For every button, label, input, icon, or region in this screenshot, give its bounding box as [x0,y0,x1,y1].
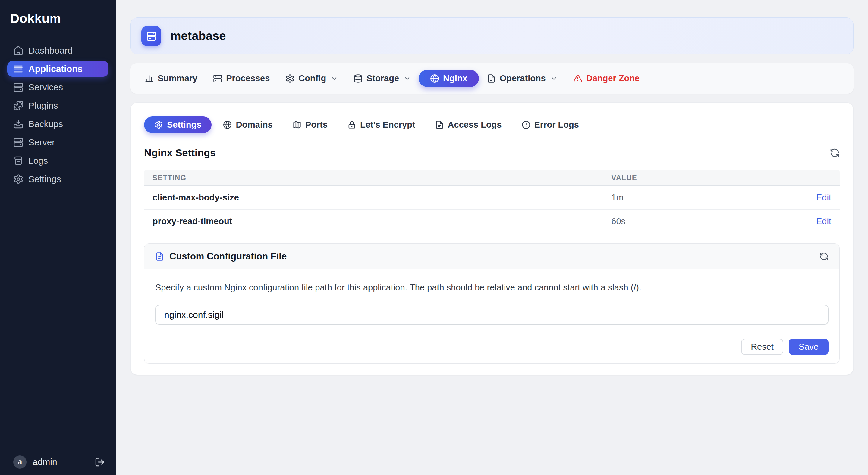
table-row: client-max-body-size 1m Edit [144,186,840,209]
tab-nginx[interactable]: Nginx [418,70,479,87]
menu-icon [13,64,24,74]
custom-config-card: Custom Configuration File Specify a cust… [144,243,840,364]
refresh-icon [819,252,829,261]
tab-label: Operations [500,73,546,83]
lock-icon [347,121,356,129]
custom-config-footer: Reset Save [144,325,839,363]
home-icon [13,45,24,56]
edit-setting-button[interactable]: Edit [816,193,831,203]
map-icon [293,121,301,129]
puzzle-icon [13,101,24,111]
reset-button[interactable]: Reset [741,339,783,355]
brand-title: Dokkum [0,0,116,36]
save-button[interactable]: Save [789,339,829,355]
column-header-value: VALUE [611,174,831,182]
column-header-setting: SETTING [153,174,611,182]
custom-config-title: Custom Configuration File [169,251,287,262]
config-path-input[interactable] [155,305,829,325]
tab-config[interactable]: Config [278,63,346,94]
sidebar-nav: Dashboard Applications Services Plugins … [0,36,116,448]
setting-name: client-max-body-size [153,193,611,203]
subtab-access-logs[interactable]: Access Logs [427,116,510,133]
file-text-icon [435,121,444,129]
subtab-label: Access Logs [448,120,502,130]
chevron-down-icon [331,75,338,82]
sidebar-item-logs[interactable]: Logs [7,152,108,169]
custom-config-description: Specify a custom Nginx configuration fil… [155,283,829,293]
warning-triangle-icon [573,74,582,83]
tab-label: Config [299,73,326,83]
nginx-panel: Settings Domains Ports Let's Encrypt Acc… [130,102,854,375]
nginx-settings-header: Nginx Settings [144,147,840,159]
edit-setting-button[interactable]: Edit [816,216,831,226]
globe-icon [223,121,232,129]
tab-label: Nginx [443,73,467,83]
sidebar-item-label: Plugins [28,101,58,111]
tab-label: Processes [226,73,270,83]
tab-label: Summary [158,73,197,83]
subtab-lets-encrypt[interactable]: Let's Encrypt [339,116,424,133]
username: admin [33,457,57,467]
subtab-error-logs[interactable]: Error Logs [513,116,587,133]
table-row: proxy-read-timeout 60s Edit [144,209,840,233]
custom-config-body: Specify a custom Nginx configuration fil… [144,269,839,325]
database-icon [353,74,363,83]
chevron-down-icon [404,75,411,82]
refresh-icon [830,148,840,158]
tab-danger-zone[interactable]: Danger Zone [565,63,647,94]
sidebar-item-services[interactable]: Services [7,79,108,95]
logout-button[interactable] [95,457,105,467]
sidebar-item-label: Server [28,137,55,147]
tab-processes[interactable]: Processes [205,63,278,94]
nginx-subtabs: Settings Domains Ports Let's Encrypt Acc… [144,116,840,133]
gear-icon [13,174,24,184]
server-icon [13,82,24,93]
bar-chart-icon [145,74,154,83]
table-header-row: SETTING VALUE [144,170,840,186]
sidebar-item-label: Logs [28,156,48,166]
sidebar-item-backups[interactable]: Backups [7,116,108,132]
subtab-label: Ports [305,120,328,130]
app-tabbar: Summary Processes Config Storage Nginx O… [130,63,854,94]
file-text-icon [155,252,164,261]
sidebar-item-applications[interactable]: Applications [7,61,108,77]
sidebar: Dokkum Dashboard Applications Services P… [0,0,116,475]
sidebar-item-dashboard[interactable]: Dashboard [7,42,108,58]
sidebar-item-label: Dashboard [28,45,73,56]
settings-table: SETTING VALUE client-max-body-size 1m Ed… [144,170,840,233]
sidebar-item-label: Services [28,82,63,93]
subtab-label: Error Logs [534,120,579,130]
avatar: a [13,455,27,469]
logout-icon [95,457,105,467]
refresh-settings-button[interactable] [830,148,840,158]
archive-icon [13,156,24,166]
subtab-label: Let's Encrypt [360,120,415,130]
tab-label: Danger Zone [586,73,640,83]
server-icon [13,137,24,147]
tab-operations[interactable]: Operations [479,63,565,94]
subtab-ports[interactable]: Ports [284,116,336,133]
gear-icon [154,121,163,129]
custom-config-header: Custom Configuration File [144,243,839,269]
subtab-domains[interactable]: Domains [215,116,281,133]
tab-storage[interactable]: Storage [346,63,418,94]
sidebar-item-label: Settings [28,174,61,184]
subtab-settings[interactable]: Settings [144,116,212,133]
gear-icon [285,74,294,83]
subtab-label: Domains [236,120,273,130]
sidebar-item-server[interactable]: Server [7,134,108,150]
file-text-icon [487,74,496,83]
setting-value: 1m [611,193,816,203]
alert-circle-icon [522,121,530,129]
tab-summary[interactable]: Summary [137,63,205,94]
globe-icon [430,74,439,83]
app-icon [141,26,161,46]
tab-label: Storage [367,73,399,83]
sidebar-item-plugins[interactable]: Plugins [7,98,108,113]
setting-value: 60s [611,216,816,226]
chevron-down-icon [550,75,558,82]
subtab-label: Settings [167,120,201,130]
page-title: metabase [170,29,226,43]
sidebar-item-settings[interactable]: Settings [7,171,108,187]
refresh-custom-config-button[interactable] [819,252,829,261]
